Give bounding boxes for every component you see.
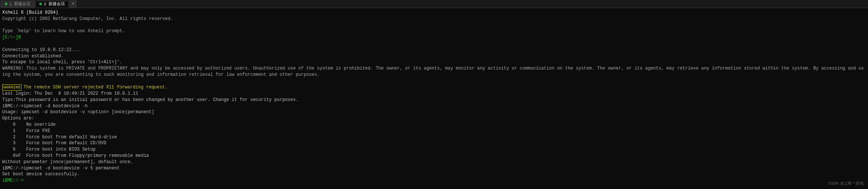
line-opt-1: 1 Force PXE xyxy=(2,128,866,134)
line-without-param: Without parameter [once|permanent], defa… xyxy=(2,159,866,165)
line-opt-2: 2 Force boot from default Hard-drive xyxy=(2,134,866,141)
line-ibmc-prompt: iBMC:/-> xyxy=(2,178,866,184)
line-opt-6: 6 Force boot into BIOS Setup xyxy=(2,146,866,153)
line-blank-1 xyxy=(2,22,866,28)
line-blank-3 xyxy=(2,78,866,84)
line-ibmc-bootdevice-cmd: iBMC:/->ipmcset -d bootdevice -v 5 perma… xyxy=(2,165,866,172)
tab-dot-2 xyxy=(39,3,42,5)
tab-add-button[interactable]: + xyxy=(70,1,76,7)
tab-1[interactable]: 1 新建会话 xyxy=(1,1,34,7)
tab-dot-1 xyxy=(5,3,7,5)
line-last-login: Last login: Thu Dec 8 10:49:21 2022 from… xyxy=(2,91,866,97)
line-blank-2 xyxy=(2,41,866,47)
line-ibmc-help-cmd: iBMC:/->ipmcset -d bootdevice -h xyxy=(2,103,866,109)
tab-2[interactable]: 2 新建会话 xyxy=(35,1,69,7)
line-usage: Usage: ipmcset -d bootdevice -v <option>… xyxy=(2,109,866,115)
warning-x11-text: The remote SSH server rejected X11 forwa… xyxy=(23,84,167,91)
line-x11-warning: WARNING The remote SSH server rejected X… xyxy=(2,84,866,91)
line-options-are: Options are: xyxy=(2,115,866,122)
line-local-prompt: [C:\~]$ xyxy=(2,34,866,41)
line-escape-tip: To escape to local shell, press 'Ctrl+Al… xyxy=(2,59,866,65)
tab-2-label: 2 新建会话 xyxy=(44,1,65,7)
tab-add-icon: + xyxy=(72,1,75,6)
watermark: CSDN @上海一亩地 xyxy=(828,180,864,186)
line-opt-3: 3 Force boot from default CD/DVD xyxy=(2,140,866,146)
line-copyright: Copyright (c) 2002 NetSarang Computer, I… xyxy=(2,16,866,22)
line-opt-oxf: 0xF Force boot from Floppy/primary remov… xyxy=(2,153,866,159)
terminal-area: Xshell 6 (Build 0204) Copyright (c) 2002… xyxy=(0,8,868,189)
line-connection-established: Connection established. xyxy=(2,53,866,60)
tab-1-label: 1 新建会话 xyxy=(9,1,30,7)
line-opt-0: 0 No override xyxy=(2,122,866,128)
line-tips-password: Tips:This password is an initial passwor… xyxy=(2,97,866,103)
tab-bar: 1 新建会话 2 新建会话 + xyxy=(0,0,868,8)
line-help-tip: Type `help' to learn how to use Xshell p… xyxy=(2,28,866,34)
warning-badge: WARNING xyxy=(2,84,21,91)
line-warning-system: WARNING! This system is PRIVATE and PROP… xyxy=(2,65,866,78)
line-set-boot-success: Set boot device successfully. xyxy=(2,171,866,178)
line-connecting: Connecting to 10.0.0.12:22... xyxy=(2,47,866,53)
line-xshell-version: Xshell 6 (Build 0204) xyxy=(2,10,866,16)
